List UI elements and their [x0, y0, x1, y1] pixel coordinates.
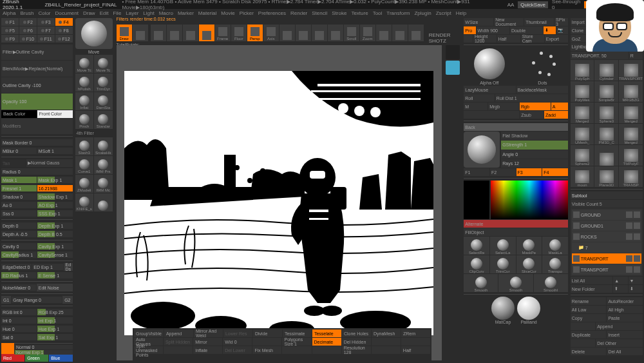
satexp-slider[interactable]: Sat Exp 1 — [37, 334, 73, 340]
menu-layer[interactable]: Layer — [126, 10, 138, 16]
cavitysense-slider[interactable]: CavitySense 1 — [37, 251, 73, 258]
bottom-dynamesh[interactable]: DynaMesh — [372, 329, 401, 337]
up2-icon[interactable]: ⬆ — [613, 285, 627, 293]
menu-draw[interactable]: Draw — [83, 10, 95, 16]
maskexp-slider[interactable]: Mask Exp 1 — [37, 177, 73, 183]
brush-movetc[interactable]: Move Tc — [75, 55, 94, 73]
blue-button[interactable]: Blue — [49, 354, 72, 362]
fkey-f10[interactable]: F10 — [19, 35, 37, 43]
toolbtn-15[interactable] — [392, 25, 408, 41]
quicksave-button[interactable]: QuickSave — [518, 1, 548, 8]
menu-stencil[interactable]: Stencil — [312, 10, 327, 16]
fkey-f6[interactable]: F6 — [19, 26, 37, 34]
allhigh-button[interactable]: All High — [607, 306, 643, 313]
menu-file[interactable]: File — [113, 10, 121, 16]
menu-texture[interactable]: Texture — [351, 10, 368, 16]
newfolder-button[interactable]: New Folder — [571, 285, 612, 293]
menu-help[interactable]: Help — [456, 10, 466, 16]
brush-standar[interactable]: Standar — [94, 111, 113, 129]
grayrange-slider[interactable]: Gray Range 0 — [12, 297, 62, 303]
tool-umesh_[interactable]: UMesh_ — [571, 124, 594, 144]
cavityrad-slider[interactable]: CavityRadius 1 — [1, 251, 37, 258]
mat-smooth[interactable]: Smooth — [498, 274, 533, 292]
bottom-resolution-128[interactable]: Resolution 128 — [342, 346, 371, 354]
toolbtn-4[interactable]: Frame — [215, 25, 231, 41]
menu-picker[interactable]: Picker — [240, 10, 254, 16]
fkey-f5[interactable]: F5 — [1, 26, 19, 34]
flatshadow-button[interactable]: Flat Shadow — [501, 132, 568, 140]
shadowexp-slider[interactable]: Shadow Exp 1 — [37, 193, 73, 200]
toolbtn-14[interactable] — [376, 25, 392, 41]
fkey-f4[interactable]: F4 — [55, 18, 73, 26]
tool-pm3d_c[interactable]: PM3D_C — [594, 124, 618, 144]
cavity-slider[interactable]: Cavity 0 — [1, 243, 37, 250]
menu-edit[interactable]: Edit — [100, 10, 109, 16]
bottom-groupvisible[interactable]: GroupVisible — [134, 329, 164, 337]
half-button[interactable]: Half — [497, 35, 520, 43]
menu-document[interactable]: Document — [55, 10, 79, 16]
cyan-swatch[interactable] — [446, 61, 460, 75]
bottom-mirror-and-weld[interactable]: Mirror And Weld — [194, 329, 223, 337]
insert-button[interactable]: Insert — [607, 331, 643, 338]
editnoise-button[interactable]: Edit Noise — [37, 284, 73, 291]
export-button[interactable]: Export — [545, 35, 568, 43]
maskborder-slider[interactable]: Mask Border 0 — [1, 139, 73, 146]
backface-button[interactable]: BackfaceMask — [516, 86, 568, 93]
paliland-sphere[interactable] — [517, 297, 540, 320]
bottom-split-unmasked-points[interactable]: Split Unmasked Points — [134, 346, 163, 354]
height-slider[interactable]: Height 1200 — [473, 35, 497, 43]
aoexp-slider[interactable]: AO Exp 1 — [37, 202, 73, 208]
tool-transp[interactable]: TRANSP — [619, 166, 643, 187]
tool-plane3d[interactable]: Plane3D — [594, 166, 618, 187]
fkey-f3[interactable]: F3 — [37, 18, 55, 26]
brush-main[interactable] — [75, 18, 113, 49]
rgbint-slider[interactable]: RGB Int 0 — [1, 309, 37, 315]
bottom-split-hidden[interactable]: Split Hidden — [164, 338, 193, 346]
mat-selectre[interactable]: SelectRe — [464, 237, 489, 255]
toolbtn-12[interactable]: Scroll — [344, 25, 359, 41]
f2-button[interactable]: F2 — [490, 168, 516, 176]
menu-tool[interactable]: Tool — [373, 10, 383, 16]
cam-icon[interactable]: 📷 — [556, 26, 568, 34]
delete-button[interactable]: Delete — [571, 348, 607, 355]
fresnelv-slider[interactable]: 16.21988 — [37, 185, 73, 191]
menu-render[interactable]: Render — [290, 10, 307, 16]
brush-curve1[interactable]: Curve1 — [75, 156, 94, 174]
toolbtn-16[interactable] — [408, 25, 424, 41]
lazymouse-button[interactable]: LazyMouse — [464, 86, 515, 93]
duplicate-button[interactable]: Duplicate — [571, 331, 607, 338]
r-button2[interactable]: R — [629, 52, 643, 59]
shadow-slider[interactable]: Shadow 0 — [1, 193, 37, 200]
delother-button[interactable]: Del Other — [596, 339, 643, 347]
tool-[interactable] — [594, 145, 618, 166]
toolbtn-5[interactable]: Floor — [231, 25, 247, 41]
zadd-button[interactable]: Zadd — [544, 111, 568, 119]
brush-immprs[interactable]: IMM Prs — [94, 156, 113, 174]
menu-stroke[interactable]: Stroke — [332, 10, 346, 16]
export-icon[interactable]: ⬇ — [544, 26, 555, 34]
down-icon[interactable]: ▼ — [629, 277, 643, 284]
toolbtn-6[interactable]: Persp — [247, 25, 263, 41]
ao-slider[interactable]: Ao 0 — [1, 202, 37, 208]
matcap-sphere[interactable] — [491, 297, 515, 320]
brush-movetc[interactable]: Move Tc — [94, 55, 113, 73]
m-button[interactable]: M — [464, 103, 488, 110]
toolbtn-9[interactable] — [296, 25, 311, 41]
seethrough-slider[interactable]: See-through 0 — [552, 0, 580, 10]
brush-pinch[interactable]: Pinch — [75, 111, 94, 129]
bottom-divide[interactable]: Divide — [253, 329, 282, 337]
mat-smooth[interactable]: Smooth — [464, 274, 498, 292]
edgedetect-slider[interactable]: EdgeDetect 0 — [1, 264, 32, 270]
menu-zscript[interactable]: Zscript — [436, 10, 451, 16]
subtool-header[interactable]: Subtool — [571, 191, 643, 199]
up-icon[interactable]: ▲ — [613, 277, 627, 284]
fkey-f12[interactable]: F12 — [55, 35, 73, 43]
tool-mrgbzg[interactable]: MRGBZG — [619, 81, 643, 102]
subtool-transport[interactable]: TRANSPORT — [572, 264, 641, 275]
width-slider[interactable]: Width 900 — [477, 26, 509, 34]
alpha-preview[interactable] — [474, 48, 505, 79]
hue-slider[interactable]: Hue 0 — [1, 326, 37, 332]
canvas[interactable] — [117, 45, 442, 360]
msoft-slider[interactable]: MSoft 1 — [37, 148, 73, 154]
toolbtn-13[interactable]: Zoom — [360, 25, 375, 41]
